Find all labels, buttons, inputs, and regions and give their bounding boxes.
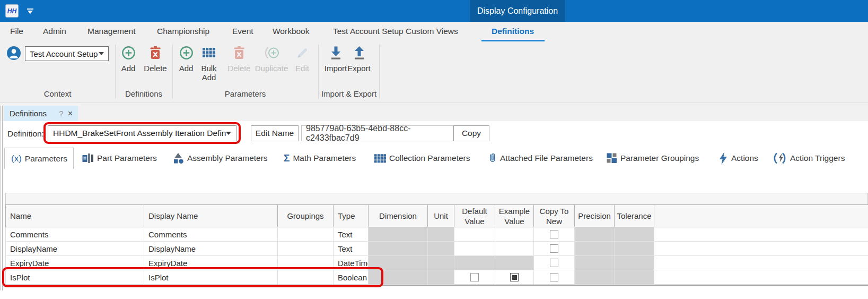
- column-header-copyToNew[interactable]: Copy To New: [534, 205, 575, 227]
- tab-math-parameters[interactable]: Σ Math Parameters: [284, 148, 356, 169]
- cell-precision: [575, 227, 615, 241]
- tab-collection-parameters[interactable]: Collection Parameters: [374, 148, 470, 169]
- column-header-exampleValue[interactable]: Example Value: [495, 205, 534, 227]
- cell-type[interactable]: Text: [334, 227, 369, 241]
- quick-access-dropdown-icon[interactable]: [27, 8, 33, 10]
- cell-displayName[interactable]: ExpiryDate: [144, 256, 278, 270]
- table-row-displayname: DisplayNameDisplayNameText: [5, 242, 868, 256]
- tab-label: Action Triggers: [790, 153, 845, 163]
- cell-defaultValue[interactable]: [454, 270, 495, 284]
- cell-exampleValue[interactable]: [495, 242, 534, 255]
- cell-name[interactable]: ExpiryDate: [6, 256, 144, 270]
- tab-assembly-parameters[interactable]: Assembly Parameters: [172, 148, 268, 169]
- trigger-icon: [773, 152, 787, 165]
- column-header-dimension[interactable]: Dimension: [369, 205, 428, 227]
- column-header-unit[interactable]: Unit: [428, 205, 454, 227]
- document-tab-definitions[interactable]: Definitions ? ×: [4, 106, 78, 121]
- table-new-row-strip[interactable]: [5, 193, 868, 204]
- cell-tolerance: [615, 256, 654, 270]
- definition-selector[interactable]: HHDM_BrakeSetFront Assembly Iteration De…: [48, 125, 236, 141]
- cell-copyToNew[interactable]: [534, 256, 575, 270]
- app-logo-icon[interactable]: HH: [5, 4, 19, 18]
- tab-label: Attached File Parameters: [500, 153, 593, 163]
- cell-precision: [575, 270, 615, 284]
- cell-copyToNew[interactable]: [534, 270, 575, 284]
- column-header-precision[interactable]: Precision: [575, 205, 615, 227]
- add-definition-button[interactable]: Add: [115, 46, 142, 73]
- cell-type[interactable]: Text: [334, 242, 369, 255]
- tab-parameter-groupings[interactable]: Parameter Groupings: [607, 148, 699, 169]
- cell-name[interactable]: IsPlot: [6, 270, 144, 284]
- ribbon-tab-management[interactable]: Management: [87, 27, 135, 36]
- panel-left-edge: [2, 106, 3, 291]
- help-icon[interactable]: ?: [59, 109, 63, 118]
- account-selector-value: Test Account Setup: [30, 49, 98, 58]
- checkbox-unchecked[interactable]: [550, 259, 558, 267]
- cell-defaultValue[interactable]: [454, 227, 495, 241]
- cell-exampleValue: [495, 256, 534, 270]
- cell-precision: [575, 242, 615, 255]
- cell-copyToNew[interactable]: [534, 227, 575, 241]
- checkbox-unchecked[interactable]: [550, 230, 558, 238]
- column-header-groupings[interactable]: Groupings: [278, 205, 334, 227]
- cell-displayName[interactable]: IsPlot: [144, 270, 278, 284]
- ribbon-tab-workbook[interactable]: Workbook: [273, 27, 310, 36]
- copy-button-label: Copy: [462, 129, 481, 138]
- cell-name[interactable]: DisplayName: [6, 242, 144, 255]
- tab-label: Collection Parameters: [389, 153, 470, 163]
- cell-type[interactable]: Boolean: [334, 270, 369, 284]
- cell-name[interactable]: Comments: [6, 227, 144, 241]
- checkbox-unchecked[interactable]: [550, 273, 558, 281]
- ribbon-tab-custom-views[interactable]: Test Account Setup Custom Views: [333, 27, 458, 36]
- ribbon-tab-event[interactable]: Event: [232, 27, 253, 36]
- cell-type[interactable]: DateTime: [334, 256, 369, 270]
- definition-id-field[interactable]: 985779a0-63b5-4ebd-88cc-c2433fbac7d9: [301, 125, 453, 141]
- edit-name-button[interactable]: Edit Name: [251, 125, 299, 141]
- column-header-tolerance[interactable]: Tolerance: [615, 205, 654, 227]
- duplicate-parameter-button: Duplicate: [253, 46, 290, 73]
- ribbon-tab-definitions[interactable]: Definitions: [492, 27, 534, 36]
- column-header-type[interactable]: Type: [334, 205, 369, 227]
- column-header-displayName[interactable]: Display Name: [144, 205, 278, 227]
- cell-copyToNew[interactable]: [534, 242, 575, 255]
- window-title: Display Configuration: [470, 0, 565, 22]
- account-selector[interactable]: Test Account Setup: [25, 46, 109, 61]
- export-button[interactable]: Export: [345, 46, 373, 73]
- chevron-down-icon: [99, 52, 104, 55]
- checkbox-checked[interactable]: [510, 273, 519, 281]
- cell-displayName[interactable]: Comments: [144, 227, 278, 241]
- trash-icon: [225, 46, 253, 62]
- tab-parameters[interactable]: (x) Parameters: [4, 148, 74, 169]
- tab-attached-file-parameters[interactable]: Attached File Parameters: [487, 148, 593, 169]
- cell-defaultValue[interactable]: [454, 242, 495, 255]
- column-header-trailing: [654, 205, 868, 227]
- group-label-parameters: Parameters: [172, 89, 318, 98]
- bulk-add-parameters-button[interactable]: Bulk Add: [195, 46, 223, 82]
- tab-action-triggers[interactable]: Action Triggers: [773, 148, 845, 169]
- delete-definition-button[interactable]: Delete: [142, 46, 169, 73]
- close-icon[interactable]: ×: [68, 109, 73, 118]
- edit-name-button-label: Edit Name: [256, 129, 294, 138]
- cell-groupings[interactable]: [278, 242, 334, 255]
- ribbon-tab-championship[interactable]: Championship: [157, 27, 209, 36]
- checkbox-unchecked[interactable]: [550, 244, 558, 253]
- cell-groupings[interactable]: [278, 270, 334, 284]
- ribbon-tab-admin[interactable]: Admin: [43, 27, 66, 36]
- checkbox-unchecked[interactable]: [470, 273, 479, 281]
- cell-exampleValue[interactable]: [495, 227, 534, 241]
- tab-part-parameters[interactable]: Part Parameters: [82, 148, 157, 169]
- copy-id-button[interactable]: Copy: [453, 125, 489, 141]
- group-label-context: Context: [0, 89, 115, 98]
- ribbon-tab-file[interactable]: File: [10, 27, 23, 36]
- cell-groupings[interactable]: [278, 256, 334, 270]
- column-header-name[interactable]: Name: [6, 205, 144, 227]
- cell-exampleValue[interactable]: [495, 270, 534, 284]
- groupings-icon: [607, 153, 617, 164]
- cell-displayName[interactable]: DisplayName: [144, 242, 278, 255]
- cell-trailing: [654, 242, 868, 255]
- tab-actions[interactable]: Actions: [718, 148, 758, 169]
- cell-groupings[interactable]: [278, 227, 334, 241]
- table-row-comments: CommentsCommentsText: [5, 227, 868, 242]
- grid-icon: [374, 154, 386, 163]
- column-header-defaultValue[interactable]: Default Value: [454, 205, 495, 227]
